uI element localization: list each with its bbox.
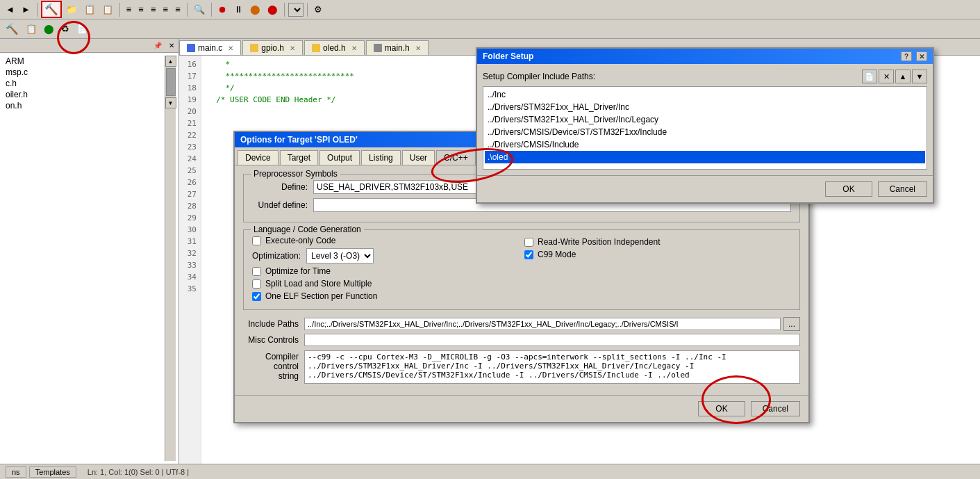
search-btn[interactable]: 🔍 [191,3,208,16]
build-btn-highlighted[interactable]: 🔨 [41,1,62,18]
optimization-select[interactable]: Level 3 (-O3) [306,248,374,263]
line-num-19: 19 [183,94,197,106]
list-btn2[interactable]: ≡ [135,3,147,16]
paste-btn[interactable]: 📋 [99,3,116,16]
recycle-btn[interactable]: ♻ [58,22,72,35]
target-select[interactable] [288,3,304,17]
c99-row: C99 Mode [524,250,791,259]
file-btn[interactable]: 📋 [23,22,40,35]
folder-new-btn[interactable]: 📄 [862,70,877,83]
tab-gpio-h[interactable]: gpio.h ✕ [242,40,303,55]
line-num-17: 17 [183,70,197,82]
compiler-control-textarea[interactable]: --c99 -c --cpu Cortex-M3 -D__MICROLIB -g… [304,350,800,384]
load-btn[interactable]: 📁 [63,3,80,16]
tab-oled-h[interactable]: oled.h ✕ [304,40,365,55]
folder-path-oled[interactable]: .\oled [485,151,925,163]
tab-target[interactable]: Target [280,150,318,165]
settings-btn[interactable]: ⚙ [311,3,325,16]
folder-up-btn[interactable]: ▲ [895,70,911,83]
include-paths-input[interactable] [304,318,781,330]
doc-btn[interactable]: 📄 [74,22,90,35]
debug-btn[interactable]: ⬤ [247,3,263,16]
optimization-row: Optimization: Level 3 (-O3) [252,248,519,263]
panel-item-oilerh[interactable]: oiler.h [3,89,165,100]
preprocessor-label: Preprocessor Symbols [251,169,340,179]
line-num-23: 23 [183,141,197,153]
folder-down-btn[interactable]: ▼ [912,70,927,83]
tab-icon-oled-h [312,44,320,52]
options-ok-btn[interactable]: OK [698,401,745,416]
back-btn[interactable]: ◄ [3,3,17,16]
red-btn[interactable]: ⬤ [265,3,281,16]
c99-label: C99 Mode [538,250,576,259]
one-elf-check[interactable] [252,292,261,301]
folder-ok-btn[interactable]: OK [825,181,872,197]
include-browse-btn[interactable]: ... [783,317,800,331]
green-btn[interactable]: ⬤ [41,22,57,35]
c99-check[interactable] [524,250,533,259]
scroll-down-btn[interactable]: ▼ [165,97,176,108]
scroll-thumb[interactable] [166,68,176,96]
options-cancel-btn[interactable]: Cancel [751,401,800,416]
folder-path-cmsis-device[interactable]: ../Drivers/CMSIS/Device/ST/STM32F1xx/Inc… [485,126,925,138]
optimization-label: Optimization: [252,251,301,261]
include-paths-label: Include Paths [243,319,299,329]
tab-close-oled-h[interactable]: ✕ [351,44,357,52]
forward-btn[interactable]: ► [19,3,33,16]
close-left-btn[interactable]: ✕ [166,40,177,51]
tab-user[interactable]: User [402,150,435,165]
tab-listing[interactable]: Listing [361,150,401,165]
folder-close-btn[interactable]: ✕ [916,51,927,61]
folder-path-inc[interactable]: ../Inc [485,88,925,101]
folder-delete-btn[interactable]: ✕ [879,70,894,83]
optimize-time-check[interactable] [252,267,261,276]
execute-only-check[interactable] [252,236,261,245]
list-btn4[interactable]: ≡ [160,3,172,16]
panel-item-arm[interactable]: ARM [3,56,165,67]
tab-main-c[interactable]: main.c ✕ [179,40,241,55]
panel-item-msp[interactable]: msp.c [3,67,165,78]
folder-cancel-btn[interactable]: Cancel [878,181,927,197]
build-btn2[interactable]: 🔨 [3,22,22,37]
folder-help-btn[interactable]: ? [901,51,912,61]
folder-list[interactable]: ../Inc ../Drivers/STM32F1xx_HAL_Driver/I… [483,86,927,170]
folder-toolbar: Setup Compiler Include Paths: 📄 ✕ ▲ ▼ [483,70,927,83]
separator2 [119,3,120,17]
split-load-check[interactable] [252,279,261,289]
undefine-label: Undef define: [252,200,308,210]
compiler-control-row: Compilercontrolstring --c99 -c --cpu Cor… [243,350,800,384]
tab-cc[interactable]: C/C++ [436,150,476,165]
tab-close-main-c[interactable]: ✕ [228,44,233,52]
tab-main-h[interactable]: main.h ✕ [366,40,429,55]
misc-controls-label: Misc Controls [243,335,299,345]
list-btn3[interactable]: ≡ [148,3,159,16]
line-num-21: 21 [183,117,197,129]
copy-btn1[interactable]: 📋 [81,3,98,16]
run-btn[interactable]: ⏺ [215,3,230,16]
line-num-20: 20 [183,106,197,117]
language-group: Language / Code Generation Execute-only … [243,229,800,310]
status-tab-ns[interactable]: ns [6,466,26,478]
scroll-up-btn[interactable]: ▲ [165,56,176,67]
stop-btn[interactable]: ⏸ [231,3,246,16]
panel-item-ch[interactable]: c.h [3,78,165,89]
list-btn1[interactable]: ≡ [124,3,135,16]
status-tab-templates[interactable]: Templates [29,466,76,478]
misc-controls-input[interactable] [304,334,800,346]
left-panel-content: ARM msp.c c.h oiler.h on.h ▲ ▼ [0,53,178,464]
folder-path-hal-inc[interactable]: ../Drivers/STM32F1xx_HAL_Driver/Inc [485,101,925,113]
panel-item-onh[interactable]: on.h [3,100,165,111]
tab-close-gpio-h[interactable]: ✕ [290,44,295,52]
folder-path-hal-legacy[interactable]: ../Drivers/STM32F1xx_HAL_Driver/Inc/Lega… [485,113,925,126]
list-btn5[interactable]: ≡ [172,3,183,16]
tab-output[interactable]: Output [319,150,360,165]
folder-setup-label: Setup Compiler Include Paths: [483,72,595,81]
line-num-30: 30 [183,224,197,236]
rw-check[interactable] [524,238,533,247]
tab-device[interactable]: Device [238,150,279,165]
tab-close-main-h[interactable]: ✕ [415,44,421,52]
line-num-35: 35 [183,283,197,295]
folder-path-cmsis-include[interactable]: ../Drivers/CMSIS/Include [485,138,925,151]
pin-btn[interactable]: 📌 [151,40,165,51]
compiler-control-label: Compilercontrolstring [243,350,299,381]
